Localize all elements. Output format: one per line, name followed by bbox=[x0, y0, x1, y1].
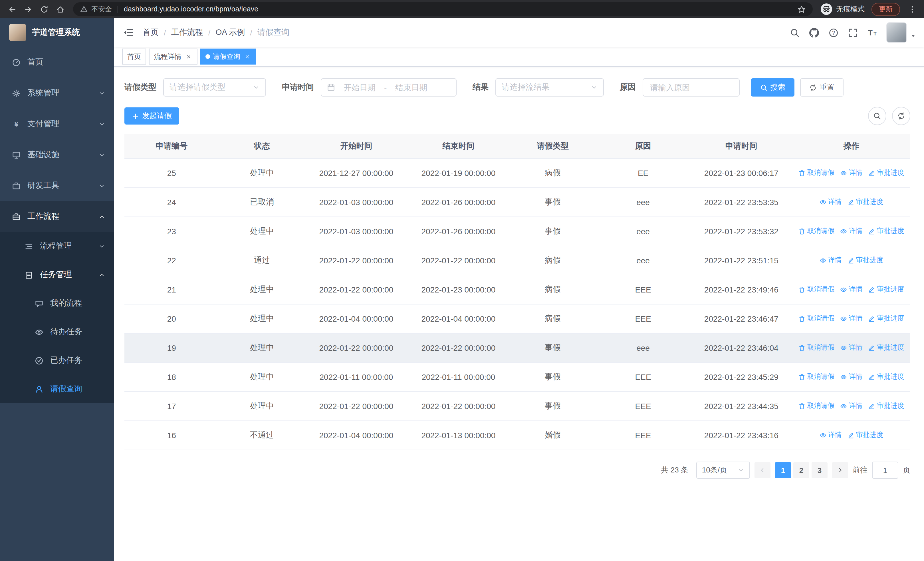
cancel-action-link[interactable]: 取消请假 bbox=[798, 343, 834, 353]
table-row[interactable]: 17处理中2022-01-22 00:00:002022-01-22 00:00… bbox=[124, 392, 910, 421]
forward-icon[interactable] bbox=[21, 2, 35, 17]
address-bar[interactable]: 不安全 dashboard.yudao.iocoder.cn/bpm/oa/le… bbox=[73, 2, 813, 16]
sidebar-item-home[interactable]: 首页 bbox=[0, 47, 114, 78]
tab-leave-query[interactable]: 请假查询 bbox=[200, 48, 256, 65]
user-menu[interactable] bbox=[886, 22, 916, 43]
detail-action-link[interactable]: 详情 bbox=[840, 285, 862, 295]
cell-apply-time: 2022-01-22 23:53:35 bbox=[690, 188, 792, 217]
page-1-button[interactable]: 1 bbox=[775, 462, 791, 478]
goto-page-input[interactable] bbox=[872, 462, 898, 479]
detail-action-link[interactable]: 详情 bbox=[840, 314, 862, 323]
sidebar-item-done-tasks[interactable]: 已办任务 bbox=[0, 346, 114, 375]
help-icon[interactable]: ? bbox=[824, 23, 843, 42]
sidebar-item-infrastructure[interactable]: 基础设施 bbox=[0, 139, 114, 170]
refresh-table-button[interactable] bbox=[892, 107, 910, 125]
progress-action-link[interactable]: 审批进度 bbox=[868, 314, 904, 323]
progress-action-link[interactable]: 审批进度 bbox=[847, 197, 883, 207]
bookmark-star-icon[interactable] bbox=[797, 5, 806, 14]
prev-page-button[interactable] bbox=[754, 462, 771, 478]
search-icon[interactable] bbox=[785, 23, 804, 42]
column-header[interactable]: 请假类型 bbox=[509, 134, 596, 158]
cancel-action-link[interactable]: 取消请假 bbox=[798, 285, 834, 295]
page-2-button[interactable]: 2 bbox=[793, 462, 809, 478]
fontsize-icon[interactable]: TT bbox=[862, 23, 882, 42]
reason-input[interactable] bbox=[643, 78, 740, 96]
github-icon[interactable] bbox=[804, 23, 824, 42]
cancel-action-link[interactable]: 取消请假 bbox=[798, 227, 834, 236]
table-row[interactable]: 16不通过2022-01-04 00:00:002022-01-13 00:00… bbox=[124, 421, 910, 450]
breadcrumb-item[interactable]: 首页 bbox=[142, 27, 159, 38]
create-leave-button[interactable]: 发起请假 bbox=[124, 107, 179, 125]
progress-action-link[interactable]: 审批进度 bbox=[847, 256, 883, 265]
sidebar-item-todo-tasks[interactable]: 待办任务 bbox=[0, 317, 114, 346]
close-icon[interactable] bbox=[184, 53, 192, 60]
table-row[interactable]: 21处理中2022-01-22 00:00:002022-01-23 00:00… bbox=[124, 275, 910, 304]
start-date-input[interactable] bbox=[337, 82, 382, 93]
toggle-search-button[interactable] bbox=[868, 107, 886, 125]
detail-action-link[interactable]: 详情 bbox=[840, 227, 862, 236]
browser-menu-icon[interactable] bbox=[904, 2, 920, 17]
cancel-action-link[interactable]: 取消请假 bbox=[798, 168, 834, 178]
progress-action-link[interactable]: 审批进度 bbox=[868, 343, 904, 353]
cancel-action-link[interactable]: 取消请假 bbox=[798, 372, 834, 382]
page-3-button[interactable]: 3 bbox=[812, 462, 828, 478]
update-button[interactable]: 更新 bbox=[872, 3, 900, 16]
reset-button[interactable]: 重置 bbox=[800, 78, 843, 96]
sidebar-item-leave-query[interactable]: 请假查询 bbox=[0, 375, 114, 403]
sidebar-item-task-management[interactable]: 任务管理 bbox=[0, 260, 114, 289]
table-row[interactable]: 25处理中2021-12-27 00:00:002022-01-19 00:00… bbox=[124, 158, 910, 188]
sidebar-item-workflow[interactable]: 工作流程 bbox=[0, 201, 114, 232]
back-icon[interactable] bbox=[4, 2, 20, 17]
column-header[interactable]: 结束时间 bbox=[407, 134, 509, 158]
table-row[interactable]: 23处理中2022-01-03 00:00:002022-01-26 00:00… bbox=[124, 217, 910, 246]
fullscreen-icon[interactable] bbox=[843, 23, 862, 42]
column-header[interactable]: 申请编号 bbox=[124, 134, 219, 158]
home-icon[interactable] bbox=[52, 2, 68, 17]
column-header[interactable]: 申请时间 bbox=[690, 134, 792, 158]
sidebar-item-my-process[interactable]: 我的流程 bbox=[0, 289, 114, 317]
progress-action-link[interactable]: 审批进度 bbox=[868, 401, 904, 411]
cancel-action-link[interactable]: 取消请假 bbox=[798, 314, 834, 323]
sidebar-item-process-management[interactable]: 流程管理 bbox=[0, 232, 114, 260]
column-header[interactable]: 状态 bbox=[219, 134, 305, 158]
column-header[interactable]: 操作 bbox=[792, 134, 910, 158]
progress-action-link[interactable]: 审批进度 bbox=[847, 430, 883, 440]
table-row[interactable]: 24已取消2022-01-03 00:00:002022-01-26 00:00… bbox=[124, 188, 910, 217]
progress-action-link[interactable]: 审批进度 bbox=[868, 227, 904, 236]
table-row[interactable]: 22通过2022-01-22 00:00:002022-01-22 00:00:… bbox=[124, 246, 910, 275]
tab-home[interactable]: 首页 bbox=[122, 48, 146, 65]
progress-action-link[interactable]: 审批进度 bbox=[868, 285, 904, 295]
detail-action-link[interactable]: 详情 bbox=[819, 197, 842, 207]
leave-type-select[interactable]: 请选择请假类型 bbox=[163, 78, 266, 96]
detail-action-link[interactable]: 详情 bbox=[819, 430, 842, 440]
detail-action-link[interactable]: 详情 bbox=[840, 343, 862, 353]
next-page-button[interactable] bbox=[832, 462, 848, 478]
cancel-action-link[interactable]: 取消请假 bbox=[798, 401, 834, 411]
end-date-input[interactable] bbox=[389, 82, 434, 93]
progress-action-link[interactable]: 审批进度 bbox=[868, 372, 904, 382]
sidebar-item-dev-tools[interactable]: 研发工具 bbox=[0, 170, 114, 201]
avatar[interactable] bbox=[886, 22, 907, 43]
progress-action-link[interactable]: 审批进度 bbox=[868, 168, 904, 178]
page-size-select[interactable]: 10条/页 bbox=[696, 462, 750, 479]
sidebar-item-system[interactable]: 系统管理 bbox=[0, 78, 114, 108]
detail-action-link[interactable]: 详情 bbox=[819, 256, 842, 265]
detail-action-link[interactable]: 详情 bbox=[840, 372, 862, 382]
detail-action-link[interactable]: 详情 bbox=[840, 401, 862, 411]
breadcrumb-item[interactable]: OA 示例 bbox=[216, 27, 245, 38]
reload-icon[interactable] bbox=[36, 2, 51, 17]
result-select[interactable]: 请选择流结果 bbox=[495, 78, 604, 96]
hamburger-icon[interactable] bbox=[114, 27, 142, 38]
table-row[interactable]: 18处理中2022-01-11 00:00:002022-01-11 00:00… bbox=[124, 362, 910, 392]
table-row[interactable]: 19处理中2022-01-22 00:00:002022-01-22 00:00… bbox=[124, 333, 910, 362]
table-row[interactable]: 20处理中2022-01-04 00:00:002022-01-04 00:00… bbox=[124, 304, 910, 333]
breadcrumb-item[interactable]: 工作流程 bbox=[171, 27, 203, 38]
sidebar-item-payment[interactable]: ¥支付管理 bbox=[0, 108, 114, 139]
search-button[interactable]: 搜索 bbox=[751, 78, 795, 96]
close-icon[interactable] bbox=[243, 53, 251, 60]
detail-action-link[interactable]: 详情 bbox=[840, 168, 862, 178]
column-header[interactable]: 原因 bbox=[596, 134, 690, 158]
column-header[interactable]: 开始时间 bbox=[305, 134, 407, 158]
tab-process-detail[interactable]: 流程详情 bbox=[149, 48, 198, 65]
apply-time-range-picker[interactable]: - bbox=[321, 78, 457, 96]
